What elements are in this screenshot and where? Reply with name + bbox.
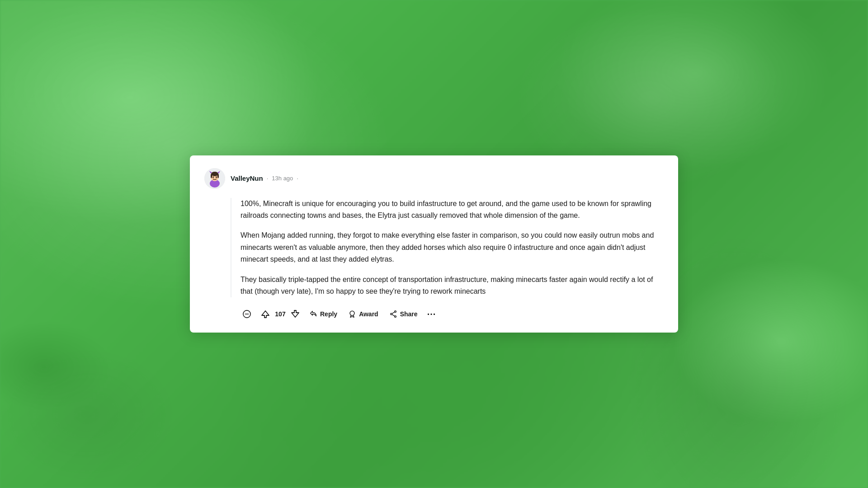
timestamp: 13h ago bbox=[272, 175, 293, 182]
svg-point-7 bbox=[216, 176, 217, 178]
upvote-button[interactable] bbox=[258, 306, 273, 322]
comment-paragraph-2: When Mojang added running, they forgot t… bbox=[241, 230, 664, 265]
comment-header: ValleyNun · 13h ago · bbox=[204, 168, 664, 189]
downvote-icon bbox=[291, 310, 300, 319]
page-container: ValleyNun · 13h ago · 100%, Minecraft is… bbox=[0, 0, 868, 488]
vote-section: 107 bbox=[258, 306, 303, 322]
username: ValleyNun bbox=[231, 174, 263, 182]
more-icon: ··· bbox=[427, 309, 436, 319]
svg-line-16 bbox=[392, 312, 395, 314]
avatar bbox=[204, 168, 225, 189]
svg-line-17 bbox=[392, 314, 395, 316]
comment-paragraph-3: They basically triple-tapped the entire … bbox=[241, 274, 664, 298]
share-icon bbox=[389, 310, 397, 318]
share-button[interactable]: Share bbox=[385, 307, 422, 321]
svg-rect-5 bbox=[217, 174, 219, 178]
collapse-icon bbox=[243, 310, 251, 318]
award-label: Award bbox=[359, 310, 378, 318]
reply-icon bbox=[309, 310, 317, 318]
comment-paragraph-1: 100%, Minecraft is unique for encouragin… bbox=[241, 198, 664, 222]
svg-point-14 bbox=[394, 316, 396, 318]
comment-card: ValleyNun · 13h ago · 100%, Minecraft is… bbox=[190, 155, 678, 333]
reply-label: Reply bbox=[320, 310, 337, 318]
svg-point-12 bbox=[350, 311, 354, 316]
more-options-button[interactable]: ··· bbox=[424, 306, 439, 322]
svg-point-15 bbox=[390, 314, 392, 315]
svg-point-3 bbox=[211, 172, 218, 176]
svg-point-6 bbox=[212, 176, 214, 178]
action-bar: 107 Reply Award bbox=[231, 306, 664, 322]
downvote-button[interactable] bbox=[288, 306, 303, 322]
svg-point-13 bbox=[394, 311, 396, 313]
collapse-button[interactable] bbox=[240, 307, 254, 321]
reply-button[interactable]: Reply bbox=[305, 307, 342, 321]
comment-meta: ValleyNun · 13h ago · bbox=[231, 174, 298, 182]
award-button[interactable]: Award bbox=[344, 307, 383, 321]
meta-separator: · bbox=[267, 175, 269, 182]
vote-count: 107 bbox=[274, 310, 287, 318]
upvote-icon bbox=[261, 310, 270, 319]
share-label: Share bbox=[400, 310, 418, 318]
svg-rect-4 bbox=[211, 174, 212, 178]
comment-body: 100%, Minecraft is unique for encouragin… bbox=[231, 198, 664, 298]
meta-separator-2: · bbox=[297, 175, 298, 182]
award-icon bbox=[348, 310, 356, 318]
